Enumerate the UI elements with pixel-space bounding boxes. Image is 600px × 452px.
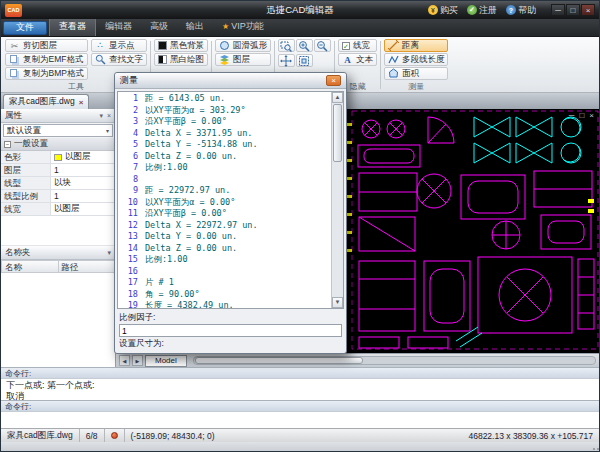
scale-factor-input[interactable] bbox=[119, 324, 342, 337]
zoom-extents-button[interactable] bbox=[296, 54, 313, 67]
text-toggle[interactable]: A文本 bbox=[338, 53, 377, 66]
scrollbar-thumb[interactable] bbox=[195, 357, 364, 364]
chevron-down-icon[interactable]: ▾ bbox=[107, 249, 111, 257]
property-row[interactable]: 色彩以图层 bbox=[1, 151, 115, 164]
measure-output[interactable]: 1距 = 6143.05 un.2以XY平面为α = 303.29°3沿XY平面… bbox=[118, 92, 331, 308]
menu-tab-2[interactable]: 高级 bbox=[141, 18, 177, 36]
measure-line: 16 bbox=[118, 266, 331, 278]
model-tab[interactable]: Model bbox=[145, 355, 187, 367]
smooth-arc-button[interactable]: 圆滑弧形 bbox=[215, 39, 271, 52]
help-label: 帮助 bbox=[518, 4, 536, 17]
zoom-window-icon bbox=[280, 40, 292, 52]
help-button[interactable]: ?帮助 bbox=[506, 4, 536, 17]
copy-emf-button[interactable]: 复制为EMF格式 bbox=[5, 53, 88, 66]
property-row[interactable]: 图层1 bbox=[1, 164, 115, 177]
status-dimensions: 46822.13 x 38309.36 x +105.717 bbox=[462, 429, 599, 442]
scroll-up-icon[interactable]: ▲ bbox=[332, 92, 343, 103]
folders-column-headers: 名称 路径 bbox=[1, 260, 115, 273]
property-row[interactable]: 线宽以图层 bbox=[1, 203, 115, 216]
copy-bmp-button[interactable]: 复制为BMP格式 bbox=[5, 67, 88, 80]
property-row[interactable]: 线型比例1 bbox=[1, 190, 115, 203]
measure-line: 4Delta X = 3371.95 un. bbox=[118, 128, 331, 140]
zoom-in-button[interactable] bbox=[296, 39, 313, 52]
color-swatch bbox=[54, 154, 62, 161]
pan-button[interactable] bbox=[278, 54, 295, 67]
cut-layer-button[interactable]: ✂剪切图层 bbox=[5, 39, 88, 52]
vertical-scrollbar[interactable]: ▲ ▼ bbox=[331, 92, 343, 308]
chevron-down-icon[interactable]: ▾ bbox=[99, 112, 103, 120]
measure-line: 7比例:1.00 bbox=[118, 162, 331, 174]
status-dot-icon bbox=[111, 432, 118, 439]
property-row[interactable]: 线型以块 bbox=[1, 177, 115, 190]
status-page[interactable]: 6/8 bbox=[80, 429, 105, 442]
doc-minimize-icon[interactable]: ─ bbox=[569, 111, 575, 120]
panel-close-icon[interactable]: × bbox=[107, 112, 111, 120]
measure-line: 13Delta Y = 0.00 un. bbox=[118, 231, 331, 243]
doc-close-icon[interactable]: × bbox=[589, 111, 594, 120]
text-icon: A bbox=[342, 54, 353, 65]
document-tab[interactable]: 家具cad图库.dwg × bbox=[3, 94, 89, 109]
bw-drawing-button[interactable]: 黑白绘图 bbox=[154, 53, 208, 66]
bw-square-icon bbox=[158, 55, 167, 64]
tab-scroll-left-icon[interactable]: ◀ bbox=[119, 355, 130, 366]
status-coordinates: (-5189.09; 48430.4; 0) bbox=[125, 429, 221, 442]
doc-restore-icon[interactable]: □ bbox=[579, 111, 584, 120]
minimize-button[interactable]: ─ bbox=[551, 4, 565, 16]
scrollbar-thumb[interactable] bbox=[333, 104, 342, 162]
line-width-toggle[interactable]: ✓线宽 bbox=[338, 39, 377, 52]
command-input[interactable] bbox=[1, 411, 599, 428]
menu-tab-4[interactable]: ★VIP功能 bbox=[213, 18, 273, 36]
distance-icon bbox=[388, 40, 399, 51]
column-name[interactable]: 名称 bbox=[1, 260, 59, 273]
find-text-button[interactable]: 查找文字 bbox=[91, 53, 147, 66]
collapse-icon[interactable]: − bbox=[4, 141, 11, 148]
dialog-close-button[interactable]: × bbox=[326, 75, 341, 86]
measure-line: 11沿XY平面β = 0.00° bbox=[118, 208, 331, 220]
distance-button[interactable]: 距离 bbox=[384, 39, 449, 52]
menu-tab-3[interactable]: 输出 bbox=[177, 18, 213, 36]
vip-icon: ★ bbox=[222, 22, 229, 31]
show-points-button[interactable]: ∴显示点 bbox=[91, 39, 147, 52]
tab-scroll-right-icon[interactable]: ▶ bbox=[132, 355, 143, 366]
status-filename: 家具cad图库.dwg bbox=[1, 429, 80, 442]
measure-line: 15比例:1.00 bbox=[118, 254, 331, 266]
checkbox-icon: ✓ bbox=[342, 42, 350, 50]
tab-close-icon[interactable]: × bbox=[79, 98, 84, 107]
menu-tab-0[interactable]: 查看器 bbox=[49, 17, 96, 36]
register-button[interactable]: ✓注册 bbox=[467, 4, 497, 17]
horizontal-scrollbar[interactable] bbox=[193, 356, 596, 365]
measure-dialog-titlebar[interactable]: 测量 × bbox=[115, 73, 346, 89]
default-settings-dropdown[interactable]: 默认设置 ▾ bbox=[3, 124, 113, 137]
area-button[interactable]: 面积 bbox=[384, 67, 449, 80]
zoom-out-icon bbox=[316, 40, 328, 52]
folders-list[interactable] bbox=[1, 273, 115, 367]
zoom-out-button[interactable] bbox=[314, 39, 331, 52]
buy-button[interactable]: ¥购买 bbox=[428, 4, 458, 17]
property-grid: 色彩以图层图层1线型以块线型比例1线宽以图层 bbox=[1, 151, 115, 216]
polyline-length-button[interactable]: 多段线长度 bbox=[384, 53, 449, 66]
maximize-button[interactable]: □ bbox=[566, 4, 580, 16]
titlebar: CAD 迅捷CAD编辑器 ¥购买 ✓注册 ?帮助 ─ □ × bbox=[1, 1, 599, 19]
measure-line: 9距 = 22972.97 un. bbox=[118, 185, 331, 197]
chevron-down-icon: ▾ bbox=[106, 127, 109, 134]
zoom-window-button[interactable] bbox=[278, 39, 295, 52]
resize-grip[interactable] bbox=[593, 448, 595, 450]
measure-line: 18角 = 90.00° bbox=[118, 289, 331, 301]
menubar: 文件 查看器编辑器高级输出★VIP功能 bbox=[1, 19, 599, 37]
group-label-measure: 测量 bbox=[384, 81, 449, 92]
column-path[interactable]: 路径 bbox=[59, 260, 116, 273]
layers-button[interactable]: 图层 bbox=[215, 53, 271, 66]
search-icon bbox=[95, 54, 106, 65]
command-history[interactable]: 下一点或: 第一个点或: 取消 bbox=[1, 378, 599, 400]
measure-line: 17片 # 1 bbox=[118, 277, 331, 289]
black-background-button[interactable]: 黑色背景 bbox=[154, 39, 208, 52]
black-square-icon bbox=[158, 41, 167, 50]
scroll-down-icon[interactable]: ▼ bbox=[332, 297, 343, 308]
properties-header: 属性 ▾× bbox=[1, 109, 115, 123]
close-button[interactable]: × bbox=[581, 4, 595, 16]
app-logo-icon: CAD bbox=[5, 4, 22, 17]
menu-tab-1[interactable]: 编辑器 bbox=[96, 18, 141, 36]
general-settings-section[interactable]: − 一般设置 bbox=[1, 138, 115, 151]
file-menu-button[interactable]: 文件 bbox=[3, 21, 47, 35]
buy-label: 购买 bbox=[440, 4, 458, 17]
